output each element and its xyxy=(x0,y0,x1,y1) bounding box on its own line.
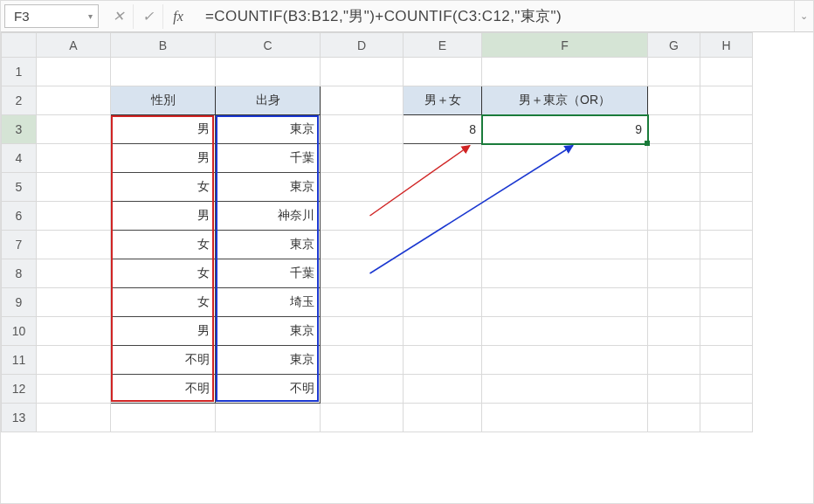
cell-B6[interactable]: 男 xyxy=(111,202,216,231)
cell-G11[interactable] xyxy=(648,346,700,375)
cell-F5[interactable] xyxy=(482,173,648,202)
row-header-1[interactable]: 1 xyxy=(2,58,37,86)
cell-G9[interactable] xyxy=(648,288,700,317)
cell-B3[interactable]: 男 xyxy=(111,115,216,144)
cell-G6[interactable] xyxy=(648,202,700,231)
cell-A9[interactable] xyxy=(37,288,111,317)
cell-H8[interactable] xyxy=(700,259,753,288)
cell-E1[interactable] xyxy=(404,58,482,86)
cell-C9[interactable]: 埼玉 xyxy=(216,288,321,317)
fill-handle[interactable] xyxy=(645,141,650,146)
cell-E7[interactable] xyxy=(404,231,482,259)
cell-E13[interactable] xyxy=(404,404,482,432)
cell-C5[interactable]: 東京 xyxy=(216,173,321,202)
column-header-D[interactable]: D xyxy=(321,33,404,58)
cell-G2[interactable] xyxy=(648,86,700,115)
row-header-11[interactable]: 11 xyxy=(2,346,37,375)
cell-H1[interactable] xyxy=(700,58,753,86)
cell-H10[interactable] xyxy=(700,317,753,346)
cell-F8[interactable] xyxy=(482,259,648,288)
cell-A10[interactable] xyxy=(37,317,111,346)
cell-H9[interactable] xyxy=(700,288,753,317)
cell-F10[interactable] xyxy=(482,317,648,346)
cell-C3[interactable]: 東京 xyxy=(216,115,321,144)
cell-F4[interactable] xyxy=(482,144,648,173)
cell-A12[interactable] xyxy=(37,375,111,404)
cell-C6[interactable]: 神奈川 xyxy=(216,202,321,231)
row-header-13[interactable]: 13 xyxy=(2,404,37,432)
cell-G8[interactable] xyxy=(648,259,700,288)
cell-F12[interactable] xyxy=(482,375,648,404)
cell-F6[interactable] xyxy=(482,202,648,231)
cell-G10[interactable] xyxy=(648,317,700,346)
cell-D10[interactable] xyxy=(321,317,404,346)
cell-H13[interactable] xyxy=(700,404,753,432)
name-box[interactable]: F3 ▾ xyxy=(4,4,99,28)
cell-H2[interactable] xyxy=(700,86,753,115)
cell-E12[interactable] xyxy=(404,375,482,404)
cell-H6[interactable] xyxy=(700,202,753,231)
cell-A13[interactable] xyxy=(37,404,111,432)
cell-C13[interactable] xyxy=(216,404,321,432)
cell-B10[interactable]: 男 xyxy=(111,317,216,346)
cell-C2[interactable]: 出身 xyxy=(216,86,321,115)
row-header-8[interactable]: 8 xyxy=(2,259,37,288)
cell-H5[interactable] xyxy=(700,173,753,202)
select-all-corner[interactable] xyxy=(2,33,37,58)
row-header-5[interactable]: 5 xyxy=(2,173,37,202)
cell-E11[interactable] xyxy=(404,346,482,375)
cell-F11[interactable] xyxy=(482,346,648,375)
row-header-4[interactable]: 4 xyxy=(2,144,37,173)
cell-A8[interactable] xyxy=(37,259,111,288)
insert-function-button[interactable]: fx xyxy=(163,4,193,29)
cell-G5[interactable] xyxy=(648,173,700,202)
expand-formula-bar-button[interactable]: ⌄ xyxy=(794,1,813,31)
confirm-button[interactable]: ✓ xyxy=(134,4,163,29)
cell-A11[interactable] xyxy=(37,346,111,375)
cell-G13[interactable] xyxy=(648,404,700,432)
cell-D3[interactable] xyxy=(321,115,404,144)
cell-D2[interactable] xyxy=(321,86,404,115)
cell-G7[interactable] xyxy=(648,231,700,259)
cell-B5[interactable]: 女 xyxy=(111,173,216,202)
cell-E5[interactable] xyxy=(404,173,482,202)
cell-D8[interactable] xyxy=(321,259,404,288)
cell-C7[interactable]: 東京 xyxy=(216,231,321,259)
cell-E9[interactable] xyxy=(404,288,482,317)
worksheet-grid[interactable]: ABCDEFGH12性別出身男＋女男＋東京（OR）3男東京894男千葉5女東京6… xyxy=(1,32,813,432)
cell-E10[interactable] xyxy=(404,317,482,346)
row-header-9[interactable]: 9 xyxy=(2,288,37,317)
cell-B7[interactable]: 女 xyxy=(111,231,216,259)
cell-F13[interactable] xyxy=(482,404,648,432)
cell-A6[interactable] xyxy=(37,202,111,231)
column-header-E[interactable]: E xyxy=(404,33,482,58)
column-header-C[interactable]: C xyxy=(216,33,321,58)
cell-D9[interactable] xyxy=(321,288,404,317)
cell-F2[interactable]: 男＋東京（OR） xyxy=(482,86,648,115)
cell-H7[interactable] xyxy=(700,231,753,259)
column-header-H[interactable]: H xyxy=(700,33,753,58)
row-header-10[interactable]: 10 xyxy=(2,317,37,346)
formula-input[interactable]: =COUNTIF(B3:B12,"男")+COUNTIF(C3:C12,"東京"… xyxy=(198,1,794,31)
cell-H4[interactable] xyxy=(700,144,753,173)
cell-C12[interactable]: 不明 xyxy=(216,375,321,404)
cell-A3[interactable] xyxy=(37,115,111,144)
cell-B2[interactable]: 性別 xyxy=(111,86,216,115)
cancel-button[interactable]: ✕ xyxy=(104,4,134,29)
cell-E8[interactable] xyxy=(404,259,482,288)
column-header-G[interactable]: G xyxy=(648,33,700,58)
cell-A4[interactable] xyxy=(37,144,111,173)
cell-F7[interactable] xyxy=(482,231,648,259)
cell-G1[interactable] xyxy=(648,58,700,86)
cell-B8[interactable]: 女 xyxy=(111,259,216,288)
row-header-2[interactable]: 2 xyxy=(2,86,37,115)
cell-H11[interactable] xyxy=(700,346,753,375)
cell-D1[interactable] xyxy=(321,58,404,86)
cell-B1[interactable] xyxy=(111,58,216,86)
cell-D5[interactable] xyxy=(321,173,404,202)
cell-C4[interactable]: 千葉 xyxy=(216,144,321,173)
cell-D11[interactable] xyxy=(321,346,404,375)
cell-B13[interactable] xyxy=(111,404,216,432)
cell-F9[interactable] xyxy=(482,288,648,317)
cell-E4[interactable] xyxy=(404,144,482,173)
